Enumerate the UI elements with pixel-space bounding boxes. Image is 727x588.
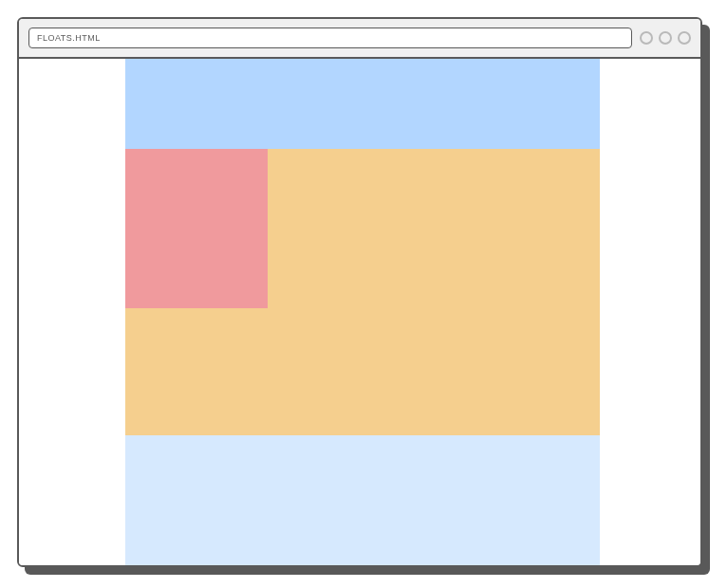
maximize-icon[interactable] — [659, 31, 672, 45]
minimize-icon[interactable] — [640, 31, 653, 45]
page-container — [125, 59, 600, 565]
sidebar-block — [125, 149, 268, 308]
viewport — [19, 59, 700, 565]
menu-block — [125, 59, 600, 149]
close-icon[interactable] — [678, 31, 691, 45]
content-area — [125, 149, 600, 435]
titlebar: FLOATS.HTML — [19, 19, 700, 59]
browser-window: FLOATS.HTML — [17, 17, 702, 567]
window-controls — [640, 31, 691, 45]
url-text: FLOATS.HTML — [37, 33, 101, 43]
footer-block — [125, 435, 600, 565]
url-bar[interactable]: FLOATS.HTML — [28, 28, 632, 48]
